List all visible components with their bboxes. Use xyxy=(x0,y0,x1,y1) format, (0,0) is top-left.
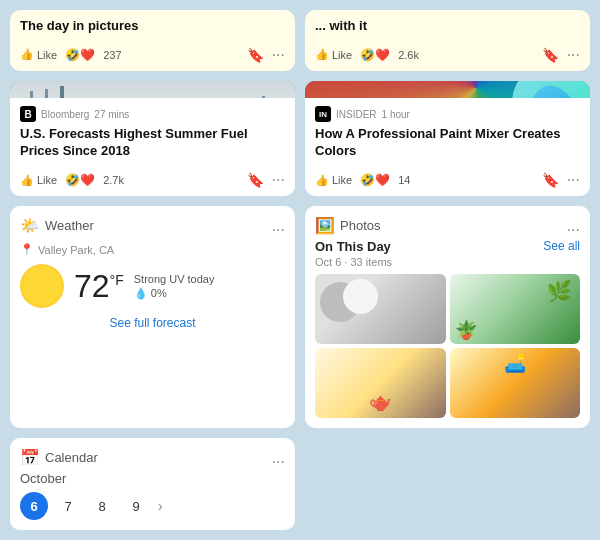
bookmark-icon-top2[interactable]: 🔖 xyxy=(542,47,559,63)
reactions-top1: 🤣❤️ xyxy=(65,48,95,62)
weather-details: Strong UV today 💧 0% xyxy=(134,273,215,300)
like-label-insider: Like xyxy=(332,174,352,186)
location-pin-icon: 📍 xyxy=(20,243,34,256)
like-button-top2[interactable]: 👍 Like xyxy=(315,48,352,61)
calendar-icon: 📅 xyxy=(20,448,40,467)
bookmark-icon-top1[interactable]: 🔖 xyxy=(247,47,264,63)
forecast-link[interactable]: See full forecast xyxy=(20,316,285,330)
like-label-top2: Like xyxy=(332,49,352,61)
like-label-bloomberg: Like xyxy=(37,174,57,186)
weather-title-row: 🌤️ Weather xyxy=(20,216,94,235)
on-this-day-title: On This Day xyxy=(315,239,391,254)
reactions-insider: 🤣❤️ xyxy=(360,173,390,187)
cal-date-6[interactable]: 6 xyxy=(20,492,48,520)
thumb-icon-2: 👍 xyxy=(315,48,329,61)
calendar-more-icon[interactable]: ... xyxy=(272,450,285,466)
photos-card: 🖼️ Photos ... On This Day See all Oct 6 … xyxy=(305,206,590,428)
photos-date: Oct 6 xyxy=(315,256,341,268)
news-card-bloomberg: B Bloomberg 27 mins U.S. Forecasts Highe… xyxy=(10,81,295,196)
weather-location-text: Valley Park, CA xyxy=(38,244,114,256)
more-bloomberg[interactable]: ··· xyxy=(272,172,285,188)
calendar-month: October xyxy=(20,471,285,486)
weather-temp-block: 72°F xyxy=(74,268,124,305)
calendar-title: Calendar xyxy=(45,450,98,465)
thumb-icon: 👍 xyxy=(20,48,34,61)
calendar-card: 📅 Calendar ... October 6 7 8 9 › xyxy=(10,438,295,530)
weather-main: 72°F Strong UV today 💧 0% xyxy=(20,264,285,308)
photos-more-icon[interactable]: ... xyxy=(567,218,580,234)
uv-condition: Strong UV today xyxy=(134,273,215,285)
photos-grid: 🌿 🪴 🫖 🛋️ xyxy=(315,274,580,418)
bloomberg-source-row: B Bloomberg 27 mins xyxy=(20,106,285,122)
bloomberg-title: U.S. Forecasts Highest Summer Fuel Price… xyxy=(20,126,285,160)
weather-header: 🌤️ Weather ... xyxy=(20,216,285,235)
bloomberg-time: 27 mins xyxy=(94,109,129,120)
photo-thumb-2[interactable]: 🌿 🪴 xyxy=(450,274,581,344)
count-top2: 2.6k xyxy=(398,49,419,61)
reactions-top2: 🤣❤️ xyxy=(360,48,390,62)
weather-location-row: 📍 Valley Park, CA xyxy=(20,243,285,256)
thumb-icon-insider: 👍 xyxy=(315,174,329,187)
photos-header: 🖼️ Photos ... xyxy=(315,216,580,235)
more-icon-top1[interactable]: ··· xyxy=(272,47,285,63)
more-icon-top2[interactable]: ··· xyxy=(567,47,580,63)
like-button-top1[interactable]: 👍 Like xyxy=(20,48,57,61)
bloomberg-source-name: Bloomberg xyxy=(41,109,89,120)
temp-value: 72 xyxy=(74,268,110,304)
cal-date-9[interactable]: 9 xyxy=(122,492,150,520)
weather-more-icon[interactable]: ... xyxy=(272,218,285,234)
photos-count: 33 items xyxy=(350,256,392,268)
photos-title-row: 🖼️ Photos xyxy=(315,216,380,235)
insider-source-row: IN INSIDER 1 hour xyxy=(315,106,580,122)
more-insider[interactable]: ··· xyxy=(567,172,580,188)
sun-icon xyxy=(20,264,64,308)
calendar-chevron-icon[interactable]: › xyxy=(158,498,163,514)
photos-cloud-icon: 🖼️ xyxy=(315,216,335,235)
see-all-link[interactable]: See all xyxy=(543,239,580,253)
precip-value: 0% xyxy=(151,287,167,299)
weather-cloud-icon: 🌤️ xyxy=(20,216,40,235)
grid-spacer xyxy=(305,438,590,530)
photos-card-title: Photos xyxy=(340,218,380,233)
raindrop-icon: 💧 xyxy=(134,287,148,299)
reactions-bloomberg: 🤣❤️ xyxy=(65,173,95,187)
insider-time: 1 hour xyxy=(382,109,410,120)
top-card-1: The day in pictures 👍 Like 🤣❤️ 237 🔖 ··· xyxy=(10,10,295,71)
like-button-insider[interactable]: 👍 Like xyxy=(315,174,352,187)
like-button-bloomberg[interactable]: 👍 Like xyxy=(20,174,57,187)
insider-source-name: INSIDER xyxy=(336,109,377,120)
calendar-title-row: 📅 Calendar xyxy=(20,448,98,467)
precipitation: 💧 0% xyxy=(134,287,215,300)
news-image-insider xyxy=(305,81,590,98)
top-card-1-title: The day in pictures xyxy=(20,18,285,35)
weather-card: 🌤️ Weather ... 📍 Valley Park, CA 72°F St… xyxy=(10,206,295,428)
bookmark-insider[interactable]: 🔖 xyxy=(542,172,559,188)
cal-date-7[interactable]: 7 xyxy=(54,492,82,520)
bloomberg-card-body: B Bloomberg 27 mins U.S. Forecasts Highe… xyxy=(10,98,295,196)
news-image-bloomberg xyxy=(10,81,295,98)
top-card-2-title: ... with it xyxy=(315,18,580,35)
insider-title: How A Professional Paint Mixer Creates C… xyxy=(315,126,580,160)
insider-logo: IN xyxy=(315,106,331,122)
count-insider: 14 xyxy=(398,174,410,186)
temp-unit: °F xyxy=(110,272,124,288)
count-top1: 237 xyxy=(103,49,121,61)
circle-white xyxy=(343,279,378,314)
cal-date-8[interactable]: 8 xyxy=(88,492,116,520)
insider-card-body: IN INSIDER 1 hour How A Professional Pai… xyxy=(305,98,590,196)
temperature: 72°F xyxy=(74,268,124,304)
photo-thumb-3[interactable]: 🫖 xyxy=(315,348,446,418)
calendar-dates-row: 6 7 8 9 › xyxy=(20,492,285,520)
thumb-icon-bloomberg: 👍 xyxy=(20,174,34,187)
top-card-2: ... with it 👍 Like 🤣❤️ 2.6k 🔖 ··· xyxy=(305,10,590,71)
like-label-top1: Like xyxy=(37,49,57,61)
count-bloomberg: 2.7k xyxy=(103,174,124,186)
photos-meta: Oct 6 · 33 items xyxy=(315,256,580,268)
bloomberg-logo: B xyxy=(20,106,36,122)
bookmark-bloomberg[interactable]: 🔖 xyxy=(247,172,264,188)
photo-thumb-4[interactable]: 🛋️ xyxy=(450,348,581,418)
weather-title: Weather xyxy=(45,218,94,233)
photo-thumb-1[interactable] xyxy=(315,274,446,344)
news-card-insider: IN INSIDER 1 hour How A Professional Pai… xyxy=(305,81,590,196)
calendar-header: 📅 Calendar ... xyxy=(20,448,285,467)
